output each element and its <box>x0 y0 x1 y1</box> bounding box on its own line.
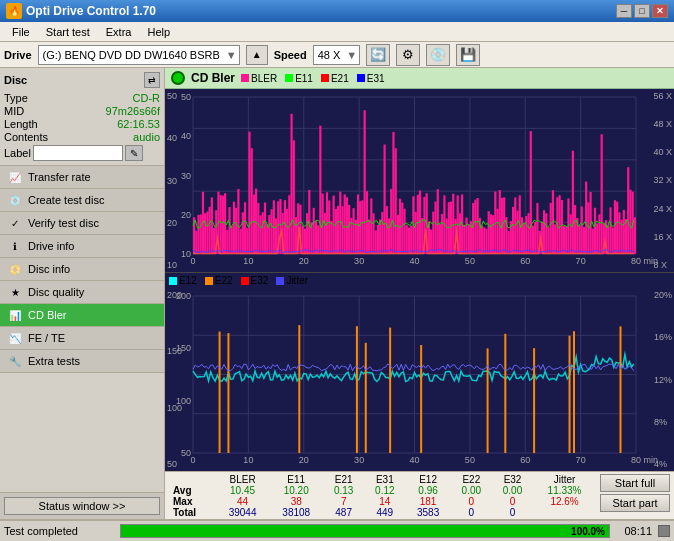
disc-contents-value: audio <box>133 131 160 143</box>
sidebar-item-extra-tests-label: Extra tests <box>28 355 80 367</box>
stats-col-e22: E22 <box>451 474 492 485</box>
drive-select-container[interactable]: (G:) BENQ DVD DD DW1640 BSRB ▼ <box>38 45 240 65</box>
legend-bler-dot <box>241 74 249 82</box>
disc-type-value: CD-R <box>133 92 161 104</box>
legend-e11-label: E11 <box>295 73 313 84</box>
sidebar-item-drive-info-label: Drive info <box>28 240 74 252</box>
stats-total-e32: 0 <box>492 507 533 518</box>
menu-file[interactable]: File <box>4 25 38 39</box>
minimize-button[interactable]: ─ <box>616 4 632 18</box>
chart1-legend: BLER E11 E21 E31 <box>241 73 385 84</box>
sidebar-item-fe-te-label: FE / TE <box>28 332 65 344</box>
status-text: Test completed <box>4 525 114 537</box>
stats-col-e11: E11 <box>269 474 323 485</box>
disc-info-icon: 📀 <box>8 262 22 276</box>
disc-panel: Disc ⇄ Type CD-R MID 97m26s66f Length 62… <box>0 68 164 166</box>
sidebar-item-cd-bler[interactable]: 📊 CD Bler <box>0 304 164 327</box>
stats-avg-e21: 0.13 <box>323 485 364 496</box>
stats-max-e31: 14 <box>364 496 405 507</box>
chart2-canvas <box>165 288 674 471</box>
menu-start-test[interactable]: Start test <box>38 25 98 39</box>
legend-e11-dot <box>285 74 293 82</box>
speed-label: Speed <box>274 49 307 61</box>
start-part-button[interactable]: Start part <box>600 494 670 512</box>
legend-e22: E22 <box>205 275 233 286</box>
chart2-legend: E12 E22 E32 Jitter <box>165 273 674 288</box>
chart-title: CD Bler <box>191 71 235 85</box>
legend-jitter: Jitter <box>276 275 308 286</box>
window-title: Opti Drive Control 1.70 <box>26 4 156 18</box>
stats-total-label: Total <box>169 507 216 518</box>
stats-avg-label: Avg <box>169 485 216 496</box>
disc-button[interactable]: 💿 <box>426 44 450 66</box>
start-full-button[interactable]: Start full <box>600 474 670 492</box>
sidebar-item-transfer-rate-label: Transfer rate <box>28 171 91 183</box>
drive-label: Drive <box>4 49 32 61</box>
legend-e22-label: E22 <box>215 275 233 286</box>
verify-test-disc-icon: ✓ <box>8 216 22 230</box>
disc-label-input[interactable] <box>33 145 123 161</box>
settings-button[interactable]: ⚙ <box>396 44 420 66</box>
disc-refresh-button[interactable]: ⇄ <box>144 72 160 88</box>
legend-e31: E31 <box>357 73 385 84</box>
sidebar-item-disc-info[interactable]: 📀 Disc info <box>0 258 164 281</box>
legend-e31-label: E31 <box>367 73 385 84</box>
stats-total-e22: 0 <box>451 507 492 518</box>
stats-col-label <box>169 474 216 485</box>
close-button[interactable]: ✕ <box>652 4 668 18</box>
extra-tests-icon: 🔧 <box>8 354 22 368</box>
maximize-button[interactable]: □ <box>634 4 650 18</box>
menu-extra[interactable]: Extra <box>98 25 140 39</box>
stats-col-e32: E32 <box>492 474 533 485</box>
eject-button[interactable]: ▲ <box>246 45 268 65</box>
sidebar-item-drive-info[interactable]: ℹ Drive info <box>0 235 164 258</box>
stats-max-e22: 0 <box>451 496 492 507</box>
save-button[interactable]: 💾 <box>456 44 480 66</box>
chart-bottom: 20%16%12%8%4% 20015010050 <box>165 288 674 471</box>
stats-max-e21: 7 <box>323 496 364 507</box>
stats-total-e31: 449 <box>364 507 405 518</box>
status-indicator <box>658 525 670 537</box>
disc-contents-label: Contents <box>4 131 48 143</box>
progress-bar-fill <box>121 525 609 537</box>
legend-e22-dot <box>205 277 213 285</box>
stats-max-e32: 0 <box>492 496 533 507</box>
content-area: CD Bler BLER E11 E21 E31 <box>165 68 674 519</box>
refresh-button[interactable]: 🔄 <box>366 44 390 66</box>
sidebar-item-transfer-rate[interactable]: 📈 Transfer rate <box>0 166 164 189</box>
stats-total-e11: 38108 <box>269 507 323 518</box>
sidebar-item-extra-tests[interactable]: 🔧 Extra tests <box>0 350 164 373</box>
transfer-rate-icon: 📈 <box>8 170 22 184</box>
chart-container: 56 X48 X40 X32 X24 X16 X8 X 5040302010 E… <box>165 89 674 471</box>
stats-total-e12: 3583 <box>405 507 450 518</box>
stats-area: BLER E11 E21 E31 E12 E22 E32 Jitter <box>165 471 674 519</box>
nav-items: 📈 Transfer rate 💿 Create test disc ✓ Ver… <box>0 166 164 373</box>
sidebar-item-verify-test-disc[interactable]: ✓ Verify test disc <box>0 212 164 235</box>
disc-mid-value: 97m26s66f <box>106 105 160 117</box>
sidebar-item-create-test-disc[interactable]: 💿 Create test disc <box>0 189 164 212</box>
legend-e21: E21 <box>321 73 349 84</box>
stats-avg-jitter: 11.33% <box>533 485 596 496</box>
disc-label-button[interactable]: ✎ <box>125 145 143 161</box>
legend-e12-label: E12 <box>179 275 197 286</box>
chart-header: CD Bler BLER E11 E21 E31 <box>165 68 674 89</box>
menu-help[interactable]: Help <box>139 25 178 39</box>
stats-table-wrap: BLER E11 E21 E31 E12 E22 E32 Jitter <box>169 474 596 518</box>
sidebar-item-disc-quality-label: Disc quality <box>28 286 84 298</box>
disc-length-label: Length <box>4 118 38 130</box>
sidebar: Disc ⇄ Type CD-R MID 97m26s66f Length 62… <box>0 68 165 519</box>
sidebar-item-disc-quality[interactable]: ★ Disc quality <box>0 281 164 304</box>
speed-value: 48 X <box>316 49 343 61</box>
speed-select-container[interactable]: 48 X ▼ <box>313 45 361 65</box>
stats-header-row: BLER E11 E21 E31 E12 E22 E32 Jitter <box>169 474 596 485</box>
stats-table: BLER E11 E21 E31 E12 E22 E32 Jitter <box>169 474 596 518</box>
drive-info-icon: ℹ <box>8 239 22 253</box>
legend-e12: E12 <box>169 275 197 286</box>
disc-title: Disc <box>4 74 27 86</box>
sidebar-item-fe-te[interactable]: 📉 FE / TE <box>0 327 164 350</box>
stats-avg-e31: 0.12 <box>364 485 405 496</box>
status-window-button[interactable]: Status window >> <box>4 497 160 515</box>
legend-bler: BLER <box>241 73 277 84</box>
legend-e31-dot <box>357 74 365 82</box>
stats-avg-e12: 0.96 <box>405 485 450 496</box>
